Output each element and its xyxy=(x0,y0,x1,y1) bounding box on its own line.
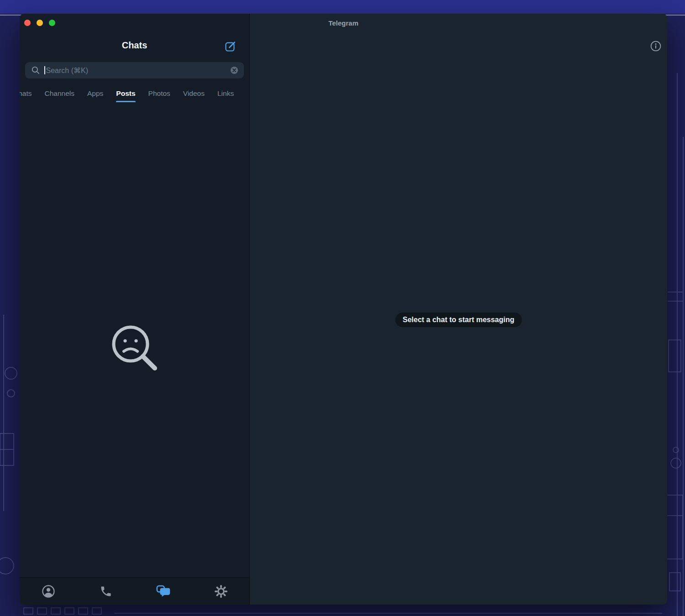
info-icon xyxy=(650,40,662,52)
tab-links[interactable]: Links xyxy=(217,84,234,103)
phone-icon xyxy=(100,585,112,598)
search-clear-button[interactable] xyxy=(230,66,238,74)
minimize-button[interactable] xyxy=(37,20,43,26)
tab-photos[interactable]: Photos xyxy=(148,84,170,103)
tab-videos[interactable]: Videos xyxy=(183,84,205,103)
sad-magnifier-icon xyxy=(107,320,162,375)
clear-icon xyxy=(230,66,238,74)
close-button[interactable] xyxy=(24,20,31,26)
search-icon xyxy=(31,66,40,75)
chat-bubble-icon xyxy=(156,585,171,598)
person-icon xyxy=(42,585,55,598)
sidebar: Chats Search (⌘K) xyxy=(20,14,250,605)
chat-pane: Select a chat to start messaging xyxy=(250,14,667,605)
search-filter-tabs: Chats Channels Apps Posts Photos Videos … xyxy=(20,84,250,103)
text-caret xyxy=(44,66,45,74)
nav-chats-button[interactable] xyxy=(148,579,179,603)
select-chat-message: Select a chat to start messaging xyxy=(395,313,522,327)
bottom-nav xyxy=(20,577,250,605)
compose-button[interactable] xyxy=(221,37,239,56)
telegram-window: Telegram Chats Search (⌘K) xyxy=(20,14,667,605)
info-button[interactable] xyxy=(649,39,663,53)
tab-chats[interactable]: Chats xyxy=(20,84,32,103)
sidebar-title: Chats xyxy=(20,40,249,51)
gear-icon xyxy=(214,585,228,598)
compose-icon xyxy=(224,41,236,52)
search-placeholder: Search (⌘K) xyxy=(46,66,231,75)
nav-calls-button[interactable] xyxy=(90,579,122,603)
traffic-lights xyxy=(24,20,55,26)
tab-apps[interactable]: Apps xyxy=(87,84,103,103)
tab-channels[interactable]: Channels xyxy=(45,84,75,103)
nav-contacts-button[interactable] xyxy=(32,579,64,603)
zoom-button[interactable] xyxy=(49,20,55,26)
tab-posts[interactable]: Posts xyxy=(116,84,135,103)
search-input[interactable]: Search (⌘K) xyxy=(25,62,244,78)
nav-settings-button[interactable] xyxy=(205,579,237,603)
